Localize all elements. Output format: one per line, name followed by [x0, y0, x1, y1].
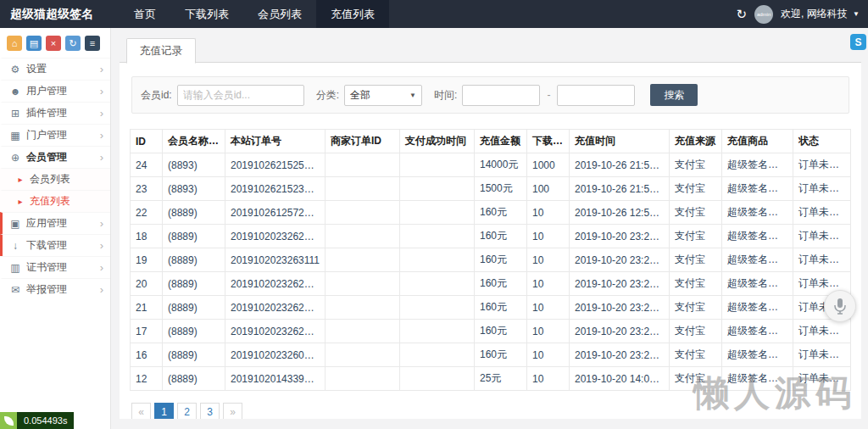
category-label: 分类: [316, 88, 339, 103]
report-icon: ✉ [8, 285, 22, 295]
table-cell: 订单未支付 [793, 343, 851, 367]
sidebar-item[interactable]: ↓下载管理› [0, 234, 110, 256]
chevron-right-icon: › [100, 239, 103, 252]
home-icon[interactable]: ⌂ [7, 36, 22, 51]
table-cell: 支付宝 [670, 201, 722, 225]
table-cell: 超级签名下载 [722, 248, 793, 272]
menu-label: 证书管理 [26, 260, 100, 275]
file-icon[interactable]: ▤ [26, 36, 42, 51]
time-start-input[interactable] [462, 85, 540, 106]
table-cell: 10 [527, 320, 570, 343]
nav-item[interactable]: 首页 [120, 0, 170, 28]
debug-time-badge[interactable]: 0.054493s [0, 412, 74, 429]
table-cell: (8889) [163, 201, 225, 225]
table-cell [326, 225, 400, 248]
table-cell: 23 [131, 177, 163, 201]
refresh-icon[interactable]: ↻ [65, 36, 81, 51]
menu-label: 插件管理 [26, 106, 100, 120]
refresh-icon[interactable]: ↻ [736, 8, 747, 20]
chevron-right-icon: › [100, 107, 103, 120]
tab-bar: 充值记录 [120, 38, 861, 63]
table-cell: 10 [527, 272, 570, 296]
table-body: 24(8893)2019102621525017014000元10002019-… [131, 153, 851, 391]
table-row: 20(8889)2019102023262476160元102019-10-20… [131, 272, 851, 296]
table-cell: 2019102014339593 [225, 367, 326, 391]
table-cell: 2019-10-26 21:52:02 [570, 177, 670, 201]
menu-label: 会员列表 [30, 172, 103, 187]
menu-label: 会员管理 [26, 150, 100, 164]
plugin-icon: ⊞ [8, 109, 22, 119]
floating-widget-icon[interactable]: S [850, 34, 866, 50]
nav-item[interactable]: 会员列表 [243, 0, 316, 28]
tab-recharge-records[interactable]: 充值记录 [126, 38, 196, 64]
category-select[interactable]: 全部 ▼ [344, 85, 422, 106]
chevron-right-icon: › [100, 63, 103, 75]
table-cell: 10 [527, 367, 570, 391]
trash-icon[interactable]: × [46, 36, 61, 51]
nav-item[interactable]: 下载列表 [170, 0, 243, 28]
table-cell: 20191026215250170 [225, 153, 326, 177]
download-icon: ↓ [8, 241, 22, 251]
menu-label: 举报管理 [26, 282, 100, 297]
table-cell: (8893) [163, 177, 225, 201]
sidebar-subitem[interactable]: ▸会员列表 [0, 168, 110, 190]
table-cell [400, 177, 475, 201]
table-cell [400, 248, 475, 272]
sidebar-item[interactable]: ✉举报管理› [0, 278, 110, 300]
column-header: 充值金额 [475, 130, 527, 153]
sidebar-item[interactable]: ⊕会员管理› [0, 146, 110, 168]
page-button[interactable]: 2 [177, 403, 197, 419]
navbar-right: ↻ admin 欢迎, 网络科技 ▼ [736, 0, 868, 28]
table-cell: 20 [131, 272, 163, 296]
member-id-label: 会员id: [141, 88, 172, 103]
page-button[interactable]: 3 [200, 403, 220, 419]
table-cell: 2019102023262926 [225, 320, 326, 343]
user-menu[interactable]: 欢迎, 网络科技 ▼ [781, 7, 860, 21]
thinkphp-leaf-icon [0, 412, 17, 429]
table-cell: (8889) [163, 320, 225, 343]
table-cell: 160元 [475, 248, 527, 272]
table-cell [400, 272, 475, 296]
table-cell: 超级签名下载 [722, 343, 793, 367]
filter-bar: 会员id: 分类: 全部 ▼ 时间: - 搜索 [131, 76, 849, 114]
list-icon[interactable]: ≡ [85, 36, 100, 51]
table-cell: 10 [527, 225, 570, 248]
category-selected-value: 全部 [350, 88, 370, 103]
sidebar-item[interactable]: ⚙设置› [0, 58, 110, 80]
recharge-table: ID会员名称(id)本站订单号商家订单ID支付成功时间充值金额下载次数充值时间充… [130, 129, 851, 391]
page-button[interactable]: » [223, 403, 242, 419]
gear-icon: ⚙ [8, 64, 22, 75]
table-cell: (8889) [163, 343, 225, 367]
table-row: 24(8893)2019102621525017014000元10002019-… [131, 153, 851, 177]
table-cell: 160元 [475, 201, 527, 225]
sidebar-item[interactable]: ▣应用管理› [0, 212, 110, 234]
table-cell: 24 [131, 153, 163, 177]
member-id-input[interactable] [177, 85, 304, 106]
table-cell: (8893) [163, 153, 225, 177]
page-button[interactable]: 1 [154, 403, 174, 419]
microphone-button[interactable] [824, 290, 856, 322]
sidebar-item[interactable]: ☻用户管理› [0, 80, 110, 102]
avatar[interactable]: admin [754, 5, 773, 24]
table-cell: 超级签名下载 [722, 367, 793, 391]
page-button[interactable]: « [131, 403, 151, 419]
table-cell: 2019-10-26 12:56:45 [570, 201, 670, 225]
nav-item[interactable]: 充值列表 [316, 0, 389, 28]
time-end-input[interactable] [557, 85, 635, 106]
table-cell: 超级签名下载 [722, 320, 793, 343]
table-cell: 2019102023263111 [225, 248, 326, 272]
sidebar-item[interactable]: ▦门户管理› [0, 124, 110, 146]
chevron-right-icon: › [100, 129, 103, 142]
search-button[interactable]: 搜索 [650, 84, 698, 106]
sidebar-item[interactable]: ▥证书管理› [0, 256, 110, 278]
sidebar-item[interactable]: ⊞插件管理› [0, 102, 110, 124]
column-header: 充值时间 [570, 130, 670, 153]
sidebar-subitem[interactable]: ▸充值列表 [0, 190, 110, 212]
menu-label: 下载管理 [26, 238, 100, 253]
sidebar: ⌂▤×↻≡ ⚙设置›☻用户管理›⊞插件管理›▦门户管理›⊕会员管理›▸会员列表▸… [0, 28, 111, 429]
table-cell [326, 320, 400, 343]
table-row: 12(8889)201910201433959325元102019-10-20 … [131, 367, 851, 391]
arrow-right-icon: ▸ [15, 176, 25, 184]
table-cell: 22 [131, 201, 163, 225]
table-cell [400, 153, 475, 177]
